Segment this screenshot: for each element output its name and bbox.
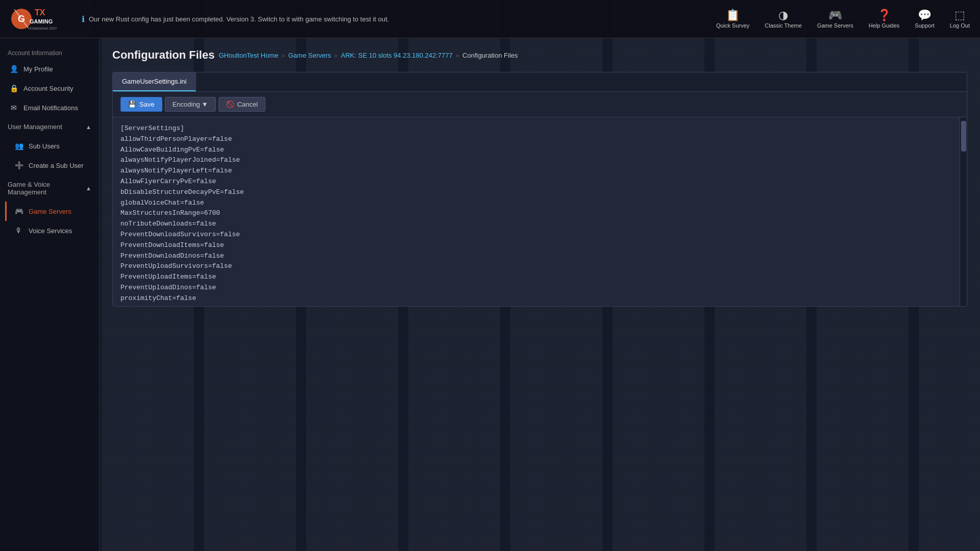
- nav-game-servers-label: Game Servers: [817, 22, 853, 29]
- nav-logout[interactable]: ⬚ Log Out: [950, 10, 970, 29]
- nav-help-guides-label: Help Guides: [869, 22, 900, 29]
- user-management-label: User Management: [8, 123, 62, 131]
- encoding-dropdown[interactable]: Encoding ▼: [165, 97, 216, 112]
- editor-content: [ServerSettings] allowThirdPersonPlayer=…: [113, 117, 967, 306]
- email-notifications-icon: ✉: [9, 104, 18, 112]
- nav-quick-survey[interactable]: 📋 Quick Survey: [716, 10, 749, 29]
- support-icon: 💬: [918, 10, 932, 21]
- sidebar-create-sub-user-label: Create a Sub User: [29, 162, 84, 169]
- breadcrumb-sep-1: »: [282, 52, 285, 59]
- breadcrumb-current: Configuration Files: [462, 52, 518, 59]
- nav-logout-label: Log Out: [950, 22, 970, 29]
- help-guides-icon: ❓: [877, 10, 891, 21]
- classic-theme-icon: ◑: [778, 10, 788, 21]
- my-profile-icon: 👤: [9, 65, 18, 73]
- navbar: G TX GAMING Established 2007 ℹ Our new R…: [0, 0, 980, 38]
- encoding-chevron: ▼: [202, 101, 208, 108]
- cancel-icon: 🚫: [226, 101, 234, 108]
- svg-text:GAMING: GAMING: [30, 18, 53, 24]
- sidebar-game-servers-label: Game Servers: [29, 208, 71, 215]
- nav-help-guides[interactable]: ❓ Help Guides: [869, 10, 900, 29]
- create-sub-user-icon: ➕: [14, 161, 23, 169]
- save-button[interactable]: 💾 Save: [120, 97, 162, 112]
- nav-support-label: Support: [915, 22, 935, 29]
- nav-actions: 📋 Quick Survey ◑ Classic Theme 🎮 Game Se…: [716, 10, 970, 29]
- page-layout: Account Information 👤 My Profile 🔒 Accou…: [0, 38, 980, 551]
- voice-services-icon: 🎙: [14, 227, 23, 235]
- sidebar-sub-users-label: Sub Users: [29, 142, 60, 150]
- breadcrumb-server[interactable]: ARK: SE 10 slots 94.23.180.242:7777: [341, 52, 453, 59]
- sidebar-item-my-profile[interactable]: 👤 My Profile: [0, 59, 99, 79]
- encoding-label: Encoding: [173, 101, 200, 108]
- sidebar-account-label: Account Information: [0, 43, 99, 59]
- nav-classic-theme[interactable]: ◑ Classic Theme: [765, 10, 802, 29]
- sidebar-email-notifications-label: Email Notifications: [23, 104, 78, 112]
- breadcrumb-sep-2: »: [334, 52, 338, 59]
- cancel-label: Cancel: [237, 101, 258, 108]
- sidebar: Account Information 👤 My Profile 🔒 Accou…: [0, 38, 100, 551]
- info-banner-text: Our new Rust config has just been comple…: [89, 15, 389, 23]
- info-icon: ℹ: [82, 14, 85, 24]
- editor-panel: GameUserSettings.ini 💾 Save Encoding ▼ 🚫…: [112, 72, 967, 307]
- game-voice-label: Game & Voice Management: [8, 181, 86, 196]
- svg-text:TX: TX: [35, 8, 45, 17]
- logo: G TX GAMING Established 2007: [10, 3, 71, 36]
- save-icon: 💾: [128, 101, 136, 108]
- main-content: Configuration Files GHoultonTest Home » …: [100, 38, 980, 551]
- game-voice-chevron: ▲: [86, 185, 91, 191]
- save-label: Save: [139, 101, 155, 108]
- logout-icon: ⬚: [954, 10, 965, 21]
- sidebar-item-sub-users[interactable]: 👥 Sub Users: [5, 136, 99, 156]
- editor-textarea[interactable]: [ServerSettings] allowThirdPersonPlayer=…: [113, 117, 967, 306]
- cancel-button[interactable]: 🚫 Cancel: [218, 97, 265, 112]
- game-servers-sidebar-icon: 🎮: [14, 207, 23, 215]
- editor-toolbar: 💾 Save Encoding ▼ 🚫 Cancel: [113, 92, 967, 117]
- sub-users-icon: 👥: [14, 142, 23, 150]
- sidebar-account-security-label: Account Security: [23, 85, 74, 92]
- sidebar-item-create-sub-user[interactable]: ➕ Create a Sub User: [5, 156, 99, 175]
- breadcrumb-game-servers[interactable]: Game Servers: [288, 52, 331, 59]
- editor-tabs: GameUserSettings.ini: [113, 72, 967, 92]
- nav-game-servers[interactable]: 🎮 Game Servers: [817, 10, 853, 29]
- nav-classic-theme-label: Classic Theme: [765, 22, 802, 29]
- quick-survey-icon: 📋: [726, 10, 740, 21]
- user-management-chevron: ▲: [86, 124, 91, 130]
- game-voice-header[interactable]: Game & Voice Management ▲: [0, 175, 99, 202]
- page-title: Configuration Files: [112, 48, 214, 62]
- nav-support[interactable]: 💬 Support: [915, 10, 935, 29]
- editor-tab-gameuserini[interactable]: GameUserSettings.ini: [113, 72, 196, 91]
- svg-text:Established 2007: Established 2007: [30, 27, 57, 30]
- breadcrumb-sep-3: »: [456, 52, 459, 59]
- sidebar-item-game-servers[interactable]: 🎮 Game Servers: [5, 202, 99, 221]
- sidebar-my-profile-label: My Profile: [23, 65, 53, 73]
- user-management-sub: 👥 Sub Users ➕ Create a Sub User: [0, 136, 99, 175]
- sidebar-voice-services-label: Voice Services: [29, 227, 72, 235]
- account-security-icon: 🔒: [9, 84, 18, 92]
- sidebar-item-voice-services[interactable]: 🎙 Voice Services: [5, 221, 99, 240]
- info-banner: ℹ Our new Rust config has just been comp…: [71, 14, 716, 24]
- game-servers-nav-icon: 🎮: [828, 10, 842, 21]
- game-voice-sub: 🎮 Game Servers 🎙 Voice Services: [0, 202, 99, 240]
- user-management-header[interactable]: User Management ▲: [0, 117, 99, 136]
- scrollbar-track[interactable]: [960, 117, 967, 306]
- breadcrumb-home[interactable]: GHoultonTest Home: [218, 52, 278, 59]
- nav-quick-survey-label: Quick Survey: [716, 22, 749, 29]
- page-header: Configuration Files GHoultonTest Home » …: [112, 48, 967, 62]
- sidebar-item-email-notifications[interactable]: ✉ Email Notifications: [0, 98, 99, 117]
- breadcrumb: GHoultonTest Home » Game Servers » ARK: …: [218, 52, 518, 59]
- sidebar-item-account-security[interactable]: 🔒 Account Security: [0, 79, 99, 98]
- scrollbar-thumb[interactable]: [961, 121, 966, 152]
